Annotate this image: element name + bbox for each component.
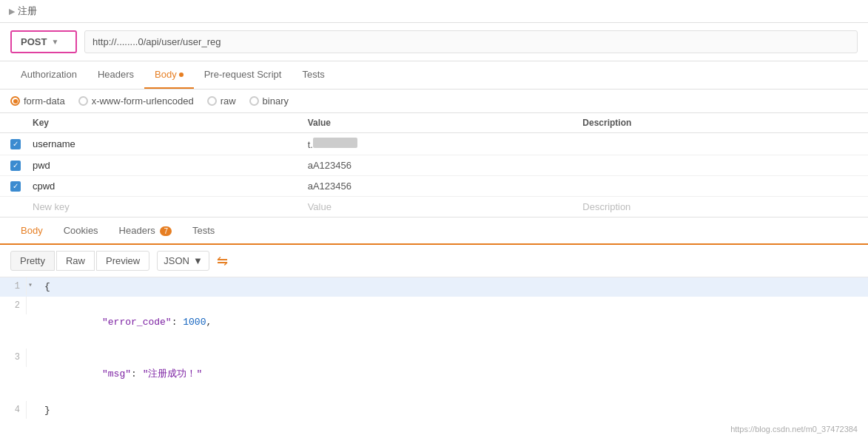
method-chevron-icon: ▼ (51, 38, 58, 46)
response-tab-tests[interactable]: Tests (182, 218, 225, 245)
breadcrumb-text: 注册 (18, 4, 37, 18)
radio-form-data-circle (10, 96, 20, 106)
view-pretty-button[interactable]: Pretty (10, 251, 55, 271)
radio-raw[interactable]: raw (207, 95, 236, 107)
wrap-icon[interactable]: ⇋ (217, 253, 228, 269)
request-tabs-row: Authorization Headers Body Pre-request S… (0, 61, 868, 90)
tab-tests[interactable]: Tests (292, 61, 334, 89)
param-row-cpwd: ✓ cpwd aA123456 (0, 176, 868, 197)
code-line-1: 1 ▾ { (0, 277, 868, 297)
param-value-username-blurred (313, 138, 357, 148)
tab-pre-request-script[interactable]: Pre-request Script (194, 61, 292, 89)
code-content-4: } (38, 401, 56, 420)
view-preview-button[interactable]: Preview (96, 251, 149, 271)
breadcrumb-bar: ▶ 注册 (0, 0, 868, 23)
param-value-cpwd[interactable]: aA123456 (308, 181, 583, 192)
headers-badge: 7 (160, 226, 172, 236)
line-toggle-1[interactable]: ▾ (27, 277, 38, 293)
code-content-1: { (38, 277, 56, 297)
params-header-desc: Description (582, 118, 858, 128)
param-new-desc[interactable]: Description (582, 201, 858, 212)
param-key-pwd[interactable]: pwd (33, 160, 308, 171)
params-header-value: Value (308, 118, 583, 128)
response-tab-cookies[interactable]: Cookies (53, 218, 109, 245)
line-toggle-2 (27, 297, 38, 300)
line-toggle-3 (27, 348, 38, 351)
param-key-cpwd[interactable]: cpwd (33, 181, 308, 192)
code-content-2: "error_code": 1000, (38, 297, 218, 348)
tab-body[interactable]: Body (144, 61, 194, 89)
param-new-key[interactable]: New key (33, 201, 308, 212)
request-bar: POST ▼ (0, 23, 868, 61)
params-header-row: Key Value Description (0, 113, 868, 133)
radio-binary-circle (249, 96, 259, 106)
line-num-1: 1 (0, 277, 27, 295)
params-header-checkbox (10, 118, 33, 128)
response-toolbar: Pretty Raw Preview JSON ▼ ⇋ (0, 245, 868, 277)
line-toggle-4 (27, 401, 38, 404)
param-row-username: ✓ username t. (0, 133, 868, 155)
tab-headers[interactable]: Headers (87, 61, 144, 89)
format-label: JSON (164, 255, 189, 266)
url-input[interactable] (84, 30, 858, 53)
param-value-username[interactable]: t. (308, 138, 583, 150)
radio-urlencoded-circle (78, 96, 88, 106)
radio-raw-circle (207, 96, 217, 106)
response-tabs-row: Body Cookies Headers 7 Tests (0, 218, 868, 245)
body-dot (179, 72, 184, 77)
line-num-4: 4 (0, 401, 27, 419)
param-value-username-text: t. (308, 139, 313, 150)
tab-authorization[interactable]: Authorization (10, 61, 87, 89)
method-button[interactable]: POST ▼ (10, 30, 77, 53)
param-row-new: New key Value Description (0, 197, 868, 217)
response-code-area: 1 ▾ { 2 "error_code": 1000, 3 "msg": "注册… (0, 277, 868, 420)
response-tab-headers[interactable]: Headers 7 (109, 218, 182, 245)
radio-form-data[interactable]: form-data (10, 95, 65, 107)
param-value-pwd[interactable]: aA123456 (308, 160, 583, 171)
params-header-key: Key (33, 118, 308, 128)
params-table: Key Value Description ✓ username t. ✓ pw… (0, 113, 868, 218)
code-line-2: 2 "error_code": 1000, (0, 297, 868, 348)
format-select[interactable]: JSON ▼ (157, 251, 209, 271)
code-line-3: 3 "msg": "注册成功！" (0, 348, 868, 400)
line-num-3: 3 (0, 348, 27, 366)
view-raw-button[interactable]: Raw (56, 251, 95, 271)
radio-binary[interactable]: binary (249, 95, 289, 107)
line-num-2: 2 (0, 297, 27, 314)
response-tab-body[interactable]: Body (10, 218, 53, 245)
watermark: https://blog.csdn.net/m0_37472384 (0, 420, 868, 435)
param-checkbox-pwd[interactable]: ✓ (10, 161, 21, 171)
body-options-row: form-data x-www-form-urlencoded raw bina… (0, 90, 868, 113)
method-label: POST (21, 36, 47, 47)
code-content-3: "msg": "注册成功！" (38, 348, 208, 400)
param-checkbox-username[interactable]: ✓ (10, 139, 21, 149)
param-checkbox-cpwd[interactable]: ✓ (10, 181, 21, 192)
param-key-username[interactable]: username (33, 138, 308, 149)
radio-urlencoded[interactable]: x-www-form-urlencoded (78, 95, 194, 107)
breadcrumb-arrow: ▶ (9, 7, 15, 16)
format-chevron-icon: ▼ (193, 255, 203, 266)
param-row-pwd: ✓ pwd aA123456 (0, 155, 868, 176)
code-line-4: 4 } (0, 401, 868, 420)
param-new-value[interactable]: Value (308, 201, 583, 212)
